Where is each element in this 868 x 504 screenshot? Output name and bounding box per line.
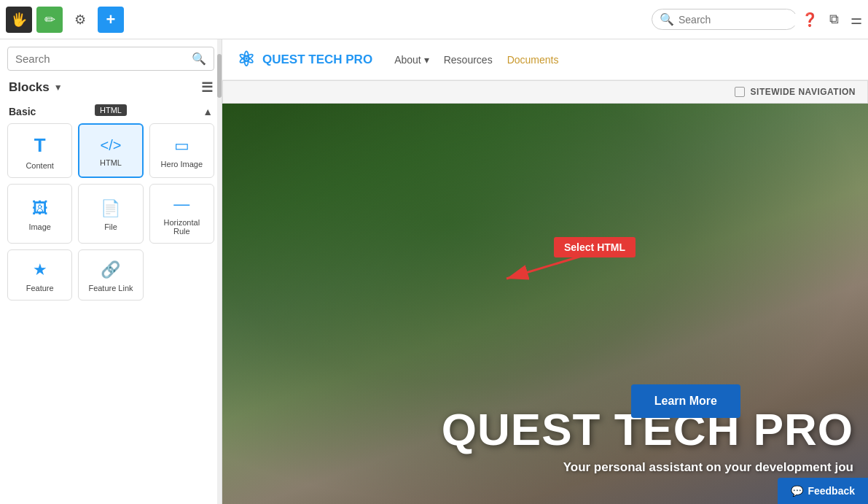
nav-item-about[interactable]: About ▾ xyxy=(394,54,429,66)
block-item-horizontal-rule[interactable]: — Horizontal Rule xyxy=(149,184,214,244)
edit-tool-button[interactable]: ✏ xyxy=(36,7,63,33)
toolbar-right-icons: ❓ ⧉ ⚌ xyxy=(802,12,862,28)
hero-image-icon: ▭ xyxy=(174,136,189,155)
sitewide-nav-checkbox[interactable] xyxy=(735,87,745,97)
blocks-toggle[interactable]: Blocks ▼ xyxy=(9,80,63,95)
block-item-html[interactable]: HTML </> HTML xyxy=(78,123,143,178)
chevron-down-icon: ▼ xyxy=(54,82,63,93)
scrollbar-track[interactable] xyxy=(217,39,222,504)
feature-link-icon: 🔗 xyxy=(101,260,120,279)
sidebar: 🔍 Blocks ▼ ☰ Basic ▲ T Content HTML xyxy=(0,39,222,504)
html-icon: </> xyxy=(101,137,122,154)
gear-icon: ⚙ xyxy=(74,12,86,28)
preview-logo: ⚛ QUEST TECH PRO xyxy=(237,47,372,71)
toolbar-search-input[interactable] xyxy=(679,14,806,26)
sitewide-nav-banner: SITEWIDE NAVIGATION xyxy=(222,80,868,104)
block-item-feature[interactable]: ★ Feature xyxy=(7,249,72,301)
learn-more-button[interactable]: Learn More xyxy=(631,384,740,418)
block-label-file: File xyxy=(104,222,117,231)
block-label-html: HTML xyxy=(100,158,122,167)
hand-icon: 🖐 xyxy=(11,12,27,28)
logo-atom-icon: ⚛ xyxy=(237,47,255,71)
grid-view-icon[interactable]: ☰ xyxy=(201,80,213,96)
content-area: ⚛ QUEST TECH PRO About ▾ Resources Docum… xyxy=(222,39,868,504)
feature-icon: ★ xyxy=(33,260,47,279)
preview-header: ⚛ QUEST TECH PRO About ▾ Resources Docum… xyxy=(222,39,868,80)
blocks-header: Blocks ▼ ☰ xyxy=(0,75,222,103)
add-icon: + xyxy=(106,10,116,29)
nav-resources-label: Resources xyxy=(444,54,493,66)
feedback-label: Feedback xyxy=(808,485,855,497)
select-html-label: Select HTML xyxy=(554,237,636,257)
nav-documents-label: Documents xyxy=(507,54,559,66)
select-html-annotation: Select HTML xyxy=(554,237,636,257)
block-label-feature: Feature xyxy=(26,284,54,292)
block-label-horizontal-rule: Horizontal Rule xyxy=(156,218,208,236)
hero-area: Select HTML QUEST TECH PRO Your personal… xyxy=(222,104,868,504)
block-label-image: Image xyxy=(28,222,51,231)
feedback-icon: 💬 xyxy=(791,485,803,497)
sidebar-search-icon: 🔍 xyxy=(192,52,206,66)
toolbar-search[interactable]: 🔍 xyxy=(652,9,797,30)
block-label-hero-image: Hero Image xyxy=(161,160,203,168)
help-button[interactable]: ❓ xyxy=(802,12,818,28)
horizontal-rule-icon: — xyxy=(173,195,189,214)
nav-about-chevron: ▾ xyxy=(424,54,429,66)
block-item-image[interactable]: 🖼 Image xyxy=(7,184,72,244)
feedback-button[interactable]: 💬 Feedback xyxy=(778,478,868,504)
block-item-hero-image[interactable]: ▭ Hero Image xyxy=(149,123,214,178)
block-grid: T Content HTML </> HTML ▭ Hero Image 🖼 I… xyxy=(0,123,222,308)
hero-subtitle: Your personal assistant on your developm… xyxy=(563,460,853,475)
nav-item-resources[interactable]: Resources xyxy=(444,54,493,66)
sliders-button[interactable]: ⚌ xyxy=(851,12,862,28)
nav-about-label: About xyxy=(394,54,421,66)
block-tooltip-html: HTML xyxy=(95,104,127,116)
sitewide-nav-label: SITEWIDE NAVIGATION xyxy=(751,87,856,97)
logo-text: QUEST TECH PRO xyxy=(262,53,372,67)
scrollbar-thumb[interactable] xyxy=(217,54,222,98)
nav-item-documents[interactable]: Documents xyxy=(507,54,559,66)
settings-button[interactable]: ⚙ xyxy=(67,7,93,33)
hand-tool-button[interactable]: 🖐 xyxy=(6,7,32,33)
block-item-feature-link[interactable]: 🔗 Feature Link xyxy=(78,249,143,301)
hero-content: QUEST TECH PRO Your personal assistant o… xyxy=(222,104,868,504)
block-label-content: Content xyxy=(26,161,54,170)
collapse-icon[interactable]: ▲ xyxy=(203,106,213,117)
search-icon: 🔍 xyxy=(660,12,674,26)
top-toolbar: 🖐 ✏ ⚙ + 🔍 ❓ ⧉ ⚌ xyxy=(0,0,868,39)
block-label-feature-link: Feature Link xyxy=(88,284,133,292)
file-icon: 📄 xyxy=(101,199,120,218)
main-layout: 🔍 Blocks ▼ ☰ Basic ▲ T Content HTML xyxy=(0,39,868,504)
blocks-label: Blocks xyxy=(9,80,50,95)
block-item-content[interactable]: T Content xyxy=(7,123,72,178)
edit-icon: ✏ xyxy=(44,12,55,28)
basic-label: Basic xyxy=(9,106,36,117)
image-icon: 🖼 xyxy=(32,199,48,218)
sidebar-search-bar[interactable]: 🔍 xyxy=(7,47,214,71)
preview-nav: About ▾ Resources Documents xyxy=(394,54,558,66)
content-icon: T xyxy=(34,134,46,157)
sidebar-search-input[interactable] xyxy=(15,53,186,65)
add-button[interactable]: + xyxy=(98,7,124,33)
copy-button[interactable]: ⧉ xyxy=(829,12,839,27)
block-item-file[interactable]: 📄 File xyxy=(78,184,143,244)
